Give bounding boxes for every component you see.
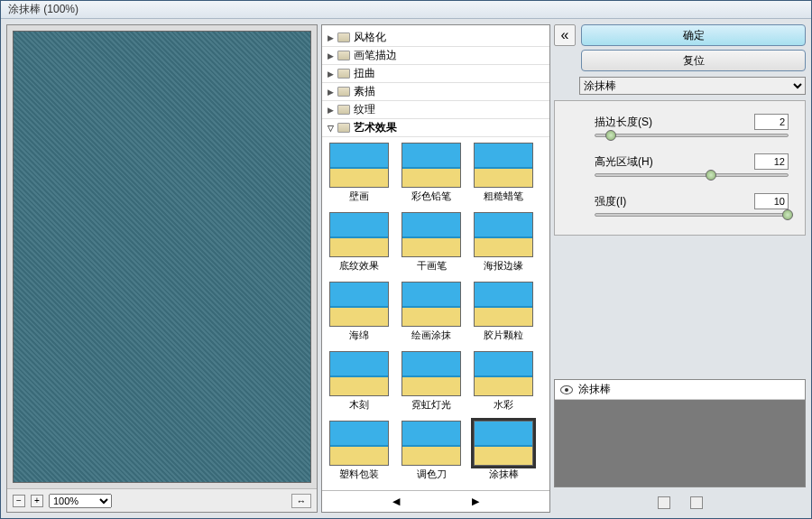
folder-icon xyxy=(337,69,350,79)
window-title: 涂抹棒 (100%) xyxy=(8,2,78,17)
new-effect-layer-button[interactable] xyxy=(658,496,670,509)
effect-stack-panel: 涂抹棒 xyxy=(554,379,806,487)
thumb-image xyxy=(329,282,389,327)
controls-panel: « 确定 复位 涂抹棒 描边长度(S) xyxy=(554,24,806,513)
filter-thumb[interactable]: 胶片颗粒 xyxy=(470,282,537,342)
filter-thumb[interactable]: 调色刀 xyxy=(398,421,465,481)
param-input-highlight-area[interactable] xyxy=(754,153,789,170)
tree-label: 画笔描边 xyxy=(354,48,397,63)
visibility-icon[interactable] xyxy=(560,385,573,394)
stack-button-row xyxy=(554,493,806,513)
thumb-label: 海报边缘 xyxy=(484,259,523,273)
thumb-label: 底纹效果 xyxy=(339,259,379,273)
effect-stack-empty xyxy=(555,400,805,487)
thumb-label: 涂抹棒 xyxy=(489,468,519,481)
filter-thumb[interactable]: 彩色铅笔 xyxy=(398,143,465,203)
filter-thumb[interactable]: 粗糙蜡笔 xyxy=(470,143,537,203)
folder-icon xyxy=(337,123,350,133)
thumb-image xyxy=(329,143,389,188)
thumb-image xyxy=(401,421,461,466)
preview-image[interactable] xyxy=(13,31,311,483)
thumb-image xyxy=(474,421,533,466)
tree-label: 艺术效果 xyxy=(354,120,397,135)
thumb-label: 水彩 xyxy=(494,398,513,412)
filter-thumb[interactable]: 木刻 xyxy=(326,351,392,412)
slider-handle[interactable] xyxy=(782,209,793,220)
filter-thumb-selected[interactable]: 涂抹棒 xyxy=(470,421,537,481)
param-input-intensity[interactable] xyxy=(754,193,789,209)
thumb-label: 木刻 xyxy=(349,398,369,412)
thumb-label: 塑料包装 xyxy=(339,468,379,481)
top-button-row: « 确定 复位 xyxy=(554,24,806,71)
filter-thumb[interactable]: 底纹效果 xyxy=(326,212,392,273)
thumb-image xyxy=(401,143,461,188)
collapse-panel-button[interactable]: « xyxy=(554,24,576,46)
filter-thumbnails: 壁画 彩色铅笔 粗糙蜡笔 底纹效果 干画笔 海报边缘 海绵 绘画涂抹 胶片颗粒 … xyxy=(322,137,549,487)
thumb-image xyxy=(474,212,533,257)
content-area: − + 100% ↔ ▶风格化 ▶画笔描边 ▶扭曲 ▶素描 ▶纹理 ▽艺术效果 xyxy=(1,19,811,518)
caret-right-icon: ▶ xyxy=(328,33,334,42)
thumb-label: 胶片颗粒 xyxy=(484,329,523,342)
tree-label: 纹理 xyxy=(354,102,375,117)
effect-layer-label: 涂抹棒 xyxy=(578,382,611,397)
thumb-image xyxy=(401,282,461,327)
folder-icon xyxy=(337,87,350,97)
caret-down-icon: ▽ xyxy=(328,124,334,133)
filter-thumb[interactable]: 干画笔 xyxy=(398,212,465,273)
effect-layer-row[interactable]: 涂抹棒 xyxy=(555,380,805,400)
tree-item-brushstrokes[interactable]: ▶画笔描边 xyxy=(322,47,549,65)
caret-right-icon: ▶ xyxy=(328,51,334,60)
tree-item-artistic[interactable]: ▽艺术效果 xyxy=(322,119,549,137)
thumb-label: 调色刀 xyxy=(417,468,447,481)
filter-thumb[interactable]: 水彩 xyxy=(470,351,537,412)
param-slider-highlight-area[interactable] xyxy=(595,173,789,177)
ok-button[interactable]: 确定 xyxy=(581,24,806,46)
thumb-image xyxy=(329,351,389,396)
thumb-label: 粗糙蜡笔 xyxy=(484,190,523,203)
slider-handle[interactable] xyxy=(706,170,716,181)
filter-thumb[interactable]: 海报边缘 xyxy=(470,212,537,273)
param-label: 描边长度(S) xyxy=(595,115,652,130)
param-slider-stroke-length[interactable] xyxy=(595,134,789,137)
zoom-in-button[interactable]: + xyxy=(31,495,43,507)
prev-filter-icon[interactable]: ◀ xyxy=(392,496,400,507)
reset-button[interactable]: 复位 xyxy=(581,50,806,71)
thumb-image xyxy=(401,212,461,257)
tree-item-stylize[interactable]: ▶风格化 xyxy=(322,29,549,47)
thumb-label: 绘画涂抹 xyxy=(411,329,451,342)
thumb-label: 壁画 xyxy=(349,190,369,203)
slider-handle[interactable] xyxy=(605,130,616,141)
thumb-image xyxy=(401,351,461,396)
filter-thumb[interactable]: 壁画 xyxy=(326,143,392,203)
filter-thumb[interactable]: 海绵 xyxy=(326,282,392,342)
zoom-select[interactable]: 100% xyxy=(49,494,112,508)
caret-right-icon: ▶ xyxy=(328,88,334,97)
tree-item-texture[interactable]: ▶纹理 xyxy=(322,101,549,119)
param-stroke-length: 描边长度(S) xyxy=(595,114,789,137)
thumb-label: 霓虹灯光 xyxy=(411,398,451,412)
tree-item-distort[interactable]: ▶扭曲 xyxy=(322,65,549,83)
filter-category-panel: ▶风格化 ▶画笔描边 ▶扭曲 ▶素描 ▶纹理 ▽艺术效果 壁画 彩色铅笔 粗糙蜡… xyxy=(321,24,550,513)
tree-label: 扭曲 xyxy=(354,66,375,81)
filter-thumb[interactable]: 霓虹灯光 xyxy=(398,351,465,412)
filter-name-select[interactable]: 涂抹棒 xyxy=(579,77,806,95)
filter-thumb[interactable]: 塑料包装 xyxy=(326,421,392,481)
filter-nav-bar: ◀ ▶ xyxy=(322,490,549,512)
filter-tree: ▶风格化 ▶画笔描边 ▶扭曲 ▶素描 ▶纹理 ▽艺术效果 壁画 彩色铅笔 粗糙蜡… xyxy=(322,25,549,490)
filter-parameters: 描边长度(S) 高光区域(H) 强度(I) xyxy=(554,100,806,236)
next-filter-icon[interactable]: ▶ xyxy=(472,496,479,507)
preview-nav-button[interactable]: ↔ xyxy=(291,494,311,508)
folder-icon xyxy=(337,51,350,60)
tree-label: 素描 xyxy=(354,84,375,99)
titlebar: 涂抹棒 (100%) xyxy=(1,1,811,19)
param-intensity: 强度(I) xyxy=(595,193,789,217)
tree-item-sketch[interactable]: ▶素描 xyxy=(322,83,549,101)
zoom-out-button[interactable]: − xyxy=(13,495,25,507)
thumb-image xyxy=(329,421,389,466)
param-input-stroke-length[interactable] xyxy=(754,114,789,130)
thumb-label: 干画笔 xyxy=(417,259,447,273)
param-slider-intensity[interactable] xyxy=(595,213,789,217)
filter-thumb[interactable]: 绘画涂抹 xyxy=(398,282,465,342)
delete-effect-layer-button[interactable] xyxy=(690,496,703,509)
thumb-image xyxy=(329,212,389,257)
